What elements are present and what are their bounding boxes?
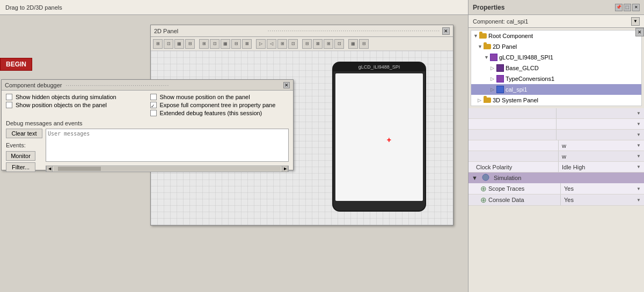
sample-point-dropdown[interactable]: ▼ [636,164,641,169]
type-conv-label: TypeConversions1 [506,76,554,82]
toolbar-btn-6[interactable]: ⊡ [210,39,219,49]
props-pin-button[interactable]: 📌 [615,4,623,11]
props-close-button[interactable]: ✕ [632,4,640,11]
props-row-2: ▼ [469,119,644,130]
checkbox-extended-label: Extended debug features (this session) [160,110,262,116]
console-data-dropdown[interactable]: ▼ [636,198,641,203]
props-label-1 [469,108,557,118]
panel-2d-title: 2D Panel [154,28,266,34]
props-dropdown-4[interactable]: ▼ [636,143,641,148]
tree-item-type-conv[interactable]: ▷ TypeConversions1 [471,73,641,84]
debug-close-button[interactable]: ✕ [283,82,290,88]
scope-traces-label: ⊕ Scope Traces [469,183,561,194]
debug-row-4: Expose full component tree in property p… [150,102,289,108]
red-cross-marker: + [387,136,391,144]
props-dropdown-2[interactable]: ▼ [636,122,641,126]
props-header-buttons: 📌 ⬚ ✕ [615,4,640,11]
root-expand-icon: ▼ [473,33,479,39]
device-display: gLCD_ILI9488_SPI [332,62,426,212]
debug-col-right: Show mouse position on the panel Expose … [150,94,289,118]
glcd-component-icon [489,53,498,62]
toolbar-btn-13[interactable]: ⊡ [288,39,298,49]
toolbar-btn-10[interactable]: ▷ [256,39,266,49]
scope-traces-dropdown[interactable]: ▼ [636,186,641,191]
scope-traces-row: ⊕ Scope Traces Yes ▼ [469,183,644,194]
debug-row-5: Extended debug features (this session) [150,110,289,116]
user-messages-textarea[interactable] [46,129,289,162]
tree-item-glcd[interactable]: ▼ gLCD_ILI9488_SPI1 [471,52,641,63]
checkbox-expose-tree[interactable] [150,102,157,108]
scroll-right-arrow[interactable]: ▶ [282,166,288,172]
checkbox-mouse-label: Show mouse position on the panel [160,94,250,100]
toolbar-btn-9[interactable]: ⊠ [242,39,252,49]
props-value-4: w ▼ [559,140,644,151]
properties-title: Properties [473,4,615,11]
properties-header: Properties 📌 ⬚ ✕ [469,0,644,15]
tree-close-button[interactable]: ✕ [635,28,644,36]
toolbar-btn-12[interactable]: ⊞ [277,39,287,49]
debug-titlebar: Component debugger ·····················… [2,80,293,91]
props-value-1: ▼ [557,108,644,118]
props-value-2: ▼ [557,119,644,129]
toolbar-btn-16[interactable]: ⊞ [324,39,333,49]
toolbar-btn-18[interactable]: ▦ [348,39,358,49]
toolbar-btn-7[interactable]: ▦ [221,39,230,49]
sample-point-value: Idle High ▼ [559,162,644,172]
debug-content: Show hidden objects during simulation Sh… [2,91,293,175]
component-tree: ▼ Root Component ▼ 2D Panel ▼ g [471,30,642,106]
3d-panel-folder-icon [483,96,492,104]
device-screen [335,73,423,201]
props-dropdown-3[interactable]: ▼ [636,132,641,137]
tree-item-3d-panel[interactable]: ▷ 3D System Panel [471,95,641,106]
type-conv-expand-icon: ▷ [491,76,496,81]
filter-button[interactable]: Filter... [6,162,35,172]
checkbox-extended-debug[interactable] [150,110,157,116]
toolbar-btn-5[interactable]: ⊞ [199,39,209,49]
tree-item-root[interactable]: ▼ Root Component [471,31,641,41]
drag-bar-label: Drag to 2D/3D panels [5,4,62,11]
scroll-track [54,167,281,171]
device-header: gLCD_ILI9488_SPI [333,63,425,71]
toolbar-btn-1[interactable]: ⊞ [153,39,163,49]
toolbar-btn-15[interactable]: ⊠ [313,39,323,49]
tree-item-2d-panel[interactable]: ▼ 2D Panel [471,41,641,52]
checkbox-expose-label: Expose full component tree in property p… [160,102,276,108]
sample-point-label: Clock Polarity [469,162,559,172]
checkbox-mouse-position[interactable] [150,94,157,100]
debug-row-2: Show position objects on the panel [6,102,145,108]
scroll-left-arrow[interactable]: ◀ [46,166,53,172]
begin-button[interactable]: BEGIN [0,58,32,71]
props-dropdown-1[interactable]: ▼ [636,111,641,116]
checkbox-hidden-objects[interactable] [6,94,12,100]
scope-traces-plus-icon: ⊕ [480,184,487,193]
props-value-3: ▼ [557,130,644,140]
toolbar-btn-17[interactable]: ⊡ [334,39,344,49]
console-data-row: ⊕ Console Data Yes ▼ [469,194,644,206]
sample-point-row: Clock Polarity Idle High ▼ [469,162,644,173]
panel-2d-toolbar: ⊞ ⊡ ▦ ⊟ ⊞ ⊡ ▦ ⊟ ⊠ ▷ ◁ ⊞ ⊡ ⊟ ⊠ ⊞ ⊡ [151,37,453,51]
panel-2d-close-button[interactable]: ✕ [442,27,450,35]
toolbar-btn-14[interactable]: ⊟ [302,39,312,49]
toolbar-btn-2[interactable]: ⊡ [164,39,173,49]
cal-spi-expand-icon: ▷ [491,87,496,92]
toolbar-btn-8[interactable]: ⊟ [231,39,241,49]
events-label: Events: [6,142,42,148]
clear-text-button[interactable]: Clear text [6,129,42,138]
scroll-thumb[interactable] [58,167,101,171]
monitor-button[interactable]: Monitor [6,151,35,161]
tree-item-base-glcd[interactable]: ▷ Base_GLCD [471,63,641,73]
tree-item-cal-spi[interactable]: ▷ cal_spi1 [471,84,641,95]
glcd-expand-icon: ▼ [484,55,489,60]
toolbar-btn-4[interactable]: ⊟ [185,39,195,49]
debug-messages-label: Debug messages and events [6,120,289,126]
clock-polarity-dropdown[interactable]: ▼ [636,154,641,159]
toolbar-btn-3[interactable]: ▦ [174,39,184,49]
simulation-header-label: Simulation [494,175,521,181]
props-float-button[interactable]: ⬚ [624,4,631,11]
toolbar-btn-19[interactable]: ⊟ [359,39,369,49]
root-folder-icon [479,32,487,40]
component-dropdown[interactable]: ▼ [631,17,640,26]
checkbox-position-objects[interactable] [6,102,12,108]
scrollbar[interactable]: ◀ ▶ [46,166,289,172]
toolbar-btn-11[interactable]: ◁ [267,39,276,49]
